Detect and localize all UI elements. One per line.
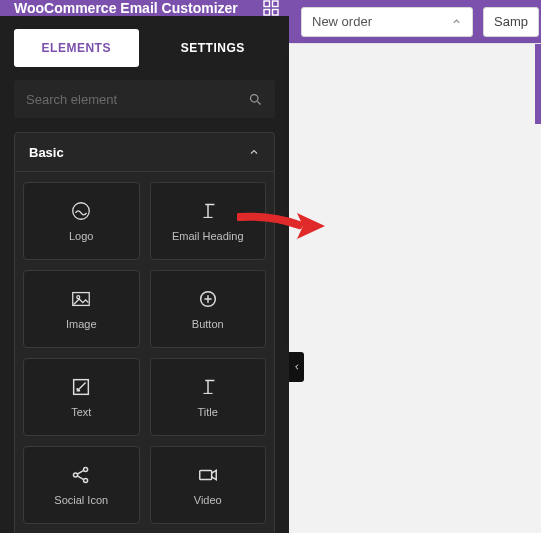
preview-canvas	[289, 43, 541, 533]
collapse-sidebar-handle[interactable]	[289, 352, 304, 382]
sample-button[interactable]: Samp	[483, 7, 539, 37]
logo-icon	[70, 200, 92, 222]
email-select[interactable]: New order	[301, 7, 473, 37]
tile-email-heading[interactable]: Email Heading	[150, 182, 267, 260]
chevron-up-icon	[248, 146, 260, 158]
preview-accent	[535, 44, 541, 124]
accordion-header-basic[interactable]: Basic	[14, 132, 275, 172]
tile-image[interactable]: Image	[23, 270, 140, 348]
search-input[interactable]	[26, 92, 248, 107]
tile-social-icon[interactable]: Social Icon	[23, 446, 140, 524]
svg-rect-3	[273, 10, 279, 16]
app-header: WooCommerce Email Customizer	[0, 0, 289, 16]
search-icon	[248, 92, 263, 107]
email-select-value: New order	[312, 14, 372, 29]
accordion-basic: Basic Logo Email Heading	[0, 118, 289, 533]
svg-rect-1	[273, 1, 279, 7]
sidebar-tabs: ELEMENTS SETTINGS	[0, 16, 289, 67]
svg-line-17	[78, 476, 84, 480]
svg-point-8	[77, 296, 80, 299]
svg-rect-18	[200, 470, 212, 479]
svg-point-15	[84, 478, 88, 482]
svg-point-4	[251, 94, 259, 102]
svg-line-16	[78, 470, 84, 474]
svg-line-5	[257, 101, 260, 104]
preview-toolbar: New order Samp	[289, 0, 541, 43]
title-icon	[197, 376, 219, 398]
video-icon	[197, 464, 219, 486]
text-icon	[70, 376, 92, 398]
chevron-up-icon	[451, 16, 462, 27]
svg-point-14	[84, 467, 88, 471]
tile-video[interactable]: Video	[150, 446, 267, 524]
svg-rect-0	[264, 1, 270, 7]
tile-button[interactable]: Button	[150, 270, 267, 348]
svg-point-13	[74, 473, 78, 477]
tile-logo[interactable]: Logo	[23, 182, 140, 260]
preview-pane: New order Samp Email to show New order C…	[289, 0, 541, 533]
tile-title[interactable]: Title	[150, 358, 267, 436]
tab-settings[interactable]: SETTINGS	[151, 29, 276, 67]
svg-point-6	[73, 203, 90, 220]
dashboard-icon[interactable]	[263, 0, 279, 16]
accordion-body-basic: Logo Email Heading Image Button	[14, 172, 275, 533]
app-title: WooCommerce Email Customizer	[14, 0, 238, 16]
image-icon	[70, 288, 92, 310]
search-box	[14, 80, 275, 118]
heading-icon	[197, 200, 219, 222]
sidebar: WooCommerce Email Customizer ELEMENTS SE…	[0, 0, 289, 533]
svg-rect-2	[264, 10, 270, 16]
button-icon	[197, 288, 219, 310]
accordion-title: Basic	[29, 145, 64, 160]
share-icon	[70, 464, 92, 486]
tab-elements[interactable]: ELEMENTS	[14, 29, 139, 67]
tile-text[interactable]: Text	[23, 358, 140, 436]
header-actions	[263, 0, 289, 16]
